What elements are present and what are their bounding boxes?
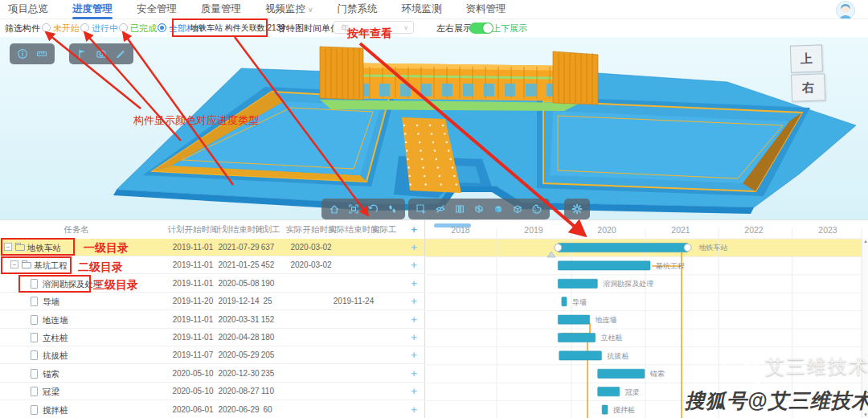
gantt-bar[interactable] [558,279,597,288]
nav-item-documents[interactable]: 资料管理 [466,0,506,19]
view-cube-side[interactable]: 右 [791,73,825,101]
cell-plan_days: 25 [252,293,284,310]
viewer-button-walk[interactable] [384,201,400,217]
viewer-button-flag[interactable] [74,46,90,62]
gantt-vertical-scrollbar[interactable]: ▲ ▼ [862,239,868,418]
status-radio-label: 进行中 [92,23,118,33]
gantt-bar[interactable] [558,261,650,270]
gantt-bar[interactable] [602,405,608,414]
flag-icon [76,48,88,59]
viewer-button-section[interactable] [452,201,468,217]
viewer-button-paint[interactable] [529,201,545,217]
gantt-unit-select[interactable]: 年 ∨ [334,21,414,34]
gantt-bar[interactable] [559,351,602,360]
table-row[interactable]: −基坑工程2019-11-012021-01-254522020-03-02+ [0,256,424,274]
scroll-down-icon[interactable]: ▼ [862,412,868,417]
cell-plan_days: 637 [252,239,284,256]
table-row[interactable]: 导墙2019-11-202019-12-14252019-11-24+ [0,293,424,310]
row-add-button[interactable]: + [406,239,422,256]
table-row[interactable]: −地铁车站2019-11-012021-07-296372020-03-02+ [0,239,424,256]
row-add-button[interactable]: + [406,256,422,274]
gantt-year-label: 2018 [436,225,485,235]
viewer-button-wireframe-cube[interactable] [510,201,526,217]
add-column-button[interactable]: + [406,220,422,239]
folder-icon [15,244,25,251]
gantt-bar[interactable] [598,369,645,378]
table-row[interactable]: 地连墙2019-11-012020-03-31152+ [0,311,424,329]
cell-actual_days [368,383,400,400]
row-add-button[interactable]: + [406,401,422,418]
layout-toggle[interactable] [469,23,493,34]
gantt-chart[interactable]: 地铁车站基坑工程溶洞勘探及处理导墙地连墙立柱桩抗拔桩锚索冠梁搅拌桩 [424,220,868,418]
viewer-button-undo[interactable] [365,201,381,217]
row-add-button[interactable]: + [406,365,422,383]
status-radio-2[interactable]: 已完成 [119,19,157,37]
nav-item-progress[interactable]: 进度管理 [72,0,113,19]
nav-item-safety[interactable]: 安全管理 [137,0,177,19]
viewer-button-cube[interactable] [490,201,506,217]
viewer-button-select-box[interactable] [413,201,429,217]
status-radio-label: 未开始 [53,23,80,33]
nav-item-environment[interactable]: 环境监测 [402,0,442,19]
viewer-button-pencil[interactable] [113,46,129,62]
row-add-button[interactable]: + [406,293,422,310]
view-cube[interactable]: 上 右 [790,44,825,101]
model-viewport[interactable]: 上 右 [0,37,868,219]
gantt-start-handle[interactable] [555,244,562,252]
gantt-bar[interactable] [558,333,595,342]
walk-icon [387,203,398,215]
nav-item-label: 资料管理 [466,3,506,14]
viewer-button-section-box[interactable] [471,201,487,217]
nav-item-project-overview[interactable]: 项目总览 [8,0,48,19]
station-link-count: 地铁车站 构件关联数:2139 [190,19,285,37]
table-row[interactable]: 锚索2020-05-102020-12-30235+ [0,365,424,383]
scroll-up-icon[interactable]: ▲ [862,239,868,244]
viewer-button-camera[interactable] [93,46,109,62]
gantt-bar[interactable] [598,387,620,396]
expand-toggle[interactable]: − [10,260,18,268]
viewer-button-hide[interactable] [432,201,448,217]
gantt-year-label: 2022 [730,225,778,235]
task-name: 地连墙 [43,311,68,329]
table-row[interactable]: 立柱桩2019-11-012020-04-28180+ [0,329,424,346]
gantt-year-label: 2020 [583,225,631,235]
row-add-button[interactable]: + [406,275,422,293]
cell-plan_days: 190 [252,275,284,293]
row-add-button[interactable]: + [406,329,422,346]
nav-item-video[interactable]: 视频监控∨ [265,0,313,19]
viewer-button-settings[interactable] [569,201,585,217]
cell-plan_days: 235 [252,365,284,383]
viewer-button-home[interactable] [326,201,342,217]
table-row[interactable]: 搅拌桩2020-06-012020-06-2960+ [0,401,424,418]
viewer-button-fit[interactable] [346,201,362,217]
cell-actual_days [368,401,400,418]
table-row[interactable]: 抗拔桩2019-11-072020-05-29205+ [0,346,424,364]
cell-plan_days: 60 [252,401,284,418]
table-row[interactable]: 溶洞勘探及处理2019-11-012020-05-08190+ [0,275,424,293]
task-name: 地铁车站 [27,239,61,256]
row-add-button[interactable]: + [406,346,422,364]
viewer-button-info[interactable] [14,46,31,62]
user-avatar[interactable] [836,1,855,20]
task-name: 溶洞勘探及处理 [43,275,102,293]
chevron-down-icon: ∨ [403,22,408,35]
gantt-bar[interactable] [562,297,567,306]
gantt-end-handle[interactable] [684,244,691,252]
row-add-button[interactable]: + [406,383,422,400]
nav-item-quality[interactable]: 质量管理 [201,0,241,19]
camera-icon [96,48,107,59]
section-box-icon [473,203,485,215]
view-cube-top[interactable]: 上 [790,44,823,72]
viewer-button-ruler[interactable] [34,46,50,62]
column-header-3: 计划工期 [252,220,284,239]
table-row[interactable]: 冠梁2020-05-102020-08-27110+ [0,383,424,400]
task-name: 导墙 [43,293,59,310]
status-radio-1[interactable]: 进行中 [80,19,118,37]
gantt-bar[interactable] [558,243,687,252]
gantt-bar[interactable] [558,315,589,324]
status-radio-0[interactable]: 未开始 [42,19,80,37]
task-name: 锚索 [43,365,59,383]
expand-toggle[interactable]: − [4,243,12,251]
row-add-button[interactable]: + [406,311,422,329]
nav-item-access[interactable]: 门禁系统 [338,0,378,19]
